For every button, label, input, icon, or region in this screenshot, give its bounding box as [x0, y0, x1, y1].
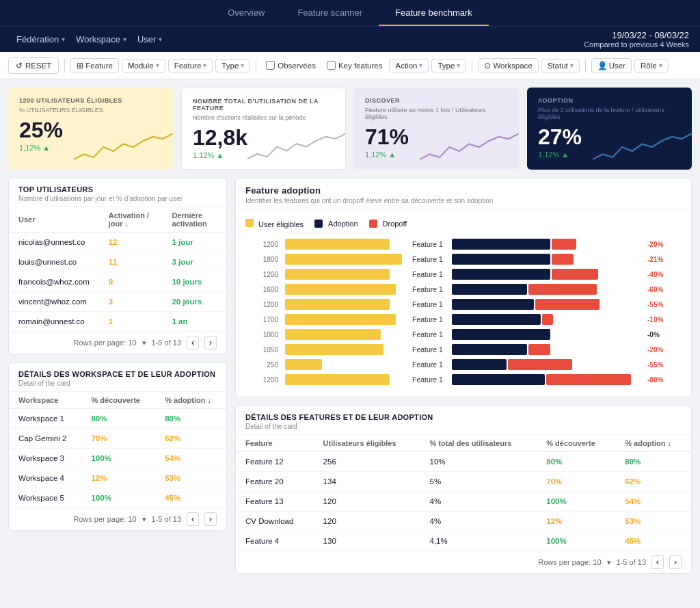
- date-range: 19/03/22 - 08/03/22 Compared to previous…: [584, 30, 689, 49]
- workspace-adoption-card: DÉTAILS DES WORKSPACE ET DE LEUR ADOPTIO…: [8, 362, 227, 531]
- tab-overview[interactable]: Overview: [211, 0, 281, 26]
- adoption-dropoff-bars: [452, 239, 643, 250]
- prev-page-button[interactable]: ‹: [187, 512, 199, 526]
- user-dropdown[interactable]: User ▾: [132, 31, 167, 47]
- red-bar: [535, 299, 600, 310]
- table-row: Feature 20 134 5% 70% 62%: [236, 472, 691, 492]
- col-feature: Feature: [236, 435, 314, 452]
- tab-feature-benchmark[interactable]: Feature benchmark: [379, 0, 489, 26]
- key-features-checkbox[interactable]: Key features: [323, 59, 387, 72]
- workspace-pagination: Rows per page: 10 ▾ 1-5 of 13 ‹ ›: [9, 507, 226, 530]
- workspace-name-cell: Cap Gemini 2: [9, 429, 81, 449]
- pct-value: -0%: [647, 331, 682, 339]
- reset-button[interactable]: ↺ RESET: [8, 57, 59, 74]
- red-bar: [528, 344, 550, 355]
- pct-value: -60%: [647, 286, 682, 293]
- feature2-filter[interactable]: Feature ▾: [168, 59, 213, 72]
- decouverte-cell: 80%: [537, 452, 615, 472]
- chevron-down-icon[interactable]: ▾: [142, 339, 146, 347]
- workspace-dropdown[interactable]: Workspace ▾: [70, 31, 132, 47]
- table-row: Workspace 3 100% 54%: [9, 449, 226, 468]
- role-filter[interactable]: Rôle ▾: [634, 59, 669, 72]
- separator: [64, 59, 65, 72]
- left-value: 1200: [245, 271, 281, 278]
- pct-value: -55%: [647, 301, 682, 308]
- activation-cell: 1: [99, 312, 163, 332]
- total-pct-cell: 4%: [420, 492, 537, 512]
- col-workspace: Workspace: [9, 392, 81, 409]
- left-value: 250: [245, 361, 281, 369]
- next-page-button[interactable]: ›: [204, 512, 217, 526]
- feature-filter[interactable]: ⊞ Feature: [70, 58, 119, 73]
- eligible-cell: 134: [314, 472, 420, 492]
- federation-dropdown[interactable]: Fédération ▾: [11, 31, 70, 47]
- chevron-down-icon: ▾: [156, 62, 159, 69]
- chart-rows: 1200 Feature 1 -20% 1800 Feature 1 -21% …: [245, 237, 682, 387]
- adoption-cell: 54%: [155, 449, 226, 468]
- activation-cell: 9: [99, 272, 163, 292]
- red-bar: [552, 254, 574, 265]
- feature-label: Feature 1: [412, 330, 448, 339]
- table-row: romain@unnest.co 1 1 an: [9, 312, 226, 332]
- observees-input[interactable]: [266, 61, 275, 70]
- type2-filter[interactable]: Type ▾: [431, 59, 466, 72]
- col-adoption: % adoption ↓: [615, 435, 691, 452]
- filter-bar: ↺ RESET ⊞ Feature Module ▾ Feature ▾ Typ…: [0, 52, 700, 79]
- nav-tabs: Overview Feature scanner Feature benchma…: [211, 0, 489, 26]
- chevron-down-icon: ▾: [241, 62, 244, 69]
- user-cell: nicolas@unnest.co: [9, 233, 99, 252]
- activation-cell: 11: [99, 252, 163, 272]
- top-users-header: TOP UTILISATEURS Nombre d'utilisations p…: [9, 179, 226, 207]
- type-filter[interactable]: Type ▾: [215, 59, 250, 72]
- left-value: 1050: [245, 346, 281, 354]
- feature-label: Feature 1: [412, 375, 448, 384]
- dark-bar: [452, 359, 507, 370]
- adoption-cell: 62%: [615, 472, 691, 492]
- table-header-row: User Activation / jour ↓ Dernière activa…: [9, 207, 226, 233]
- feature-label: Feature 1: [412, 360, 448, 369]
- module-filter[interactable]: Module ▾: [122, 59, 165, 72]
- user-cell: romain@unnest.co: [9, 312, 99, 332]
- action-filter[interactable]: Action ▾: [389, 59, 429, 72]
- left-column: TOP UTILISATEURS Nombre d'utilisations p…: [8, 178, 227, 574]
- user-filter[interactable]: 👤 User: [591, 58, 632, 73]
- next-page-button[interactable]: ›: [204, 336, 217, 349]
- workspace-name-cell: Workspace 5: [9, 488, 81, 508]
- kpi-discover: DISCOVER Feature utilisée au moins 1 foi…: [354, 88, 519, 170]
- dark-bar: [452, 254, 550, 265]
- separator: [585, 59, 586, 72]
- chevron-down-icon: ▾: [570, 62, 574, 69]
- tab-feature-scanner[interactable]: Feature scanner: [281, 0, 379, 26]
- prev-page-button[interactable]: ‹: [187, 336, 199, 349]
- yellow-bar: [285, 284, 396, 295]
- left-value: 1000: [245, 331, 281, 339]
- filter-icon: ⊞: [77, 61, 83, 70]
- yellow-bar: [285, 269, 390, 280]
- dark-bar: [452, 269, 550, 280]
- table-row: Feature 12 256 10% 80% 80%: [236, 452, 691, 472]
- statut-filter[interactable]: Statut ▾: [541, 59, 580, 72]
- chevron-down-icon[interactable]: ▾: [607, 558, 611, 567]
- feature-details-header: DÉTAILS DES FEATURES ET DE LEUR ADOPTION…: [236, 406, 691, 435]
- prev-page-button[interactable]: ‹: [651, 555, 664, 569]
- table-row: louis@unnest.co 11 3 jour: [9, 252, 226, 272]
- adoption-dropoff-bars: [452, 359, 643, 370]
- last-activation-cell: 1 an: [162, 312, 226, 332]
- next-page-button[interactable]: ›: [669, 555, 682, 569]
- decouverte-cell: 100%: [537, 492, 615, 512]
- workspace-filter[interactable]: ⊙ Workspace: [478, 58, 538, 73]
- chevron-down-icon[interactable]: ▾: [142, 515, 146, 524]
- workspace-name-cell: Workspace 3: [9, 449, 81, 468]
- feature-label: Feature 1: [412, 300, 448, 308]
- feature-label: Feature 1: [412, 315, 448, 323]
- adoption-dropoff-bars: [452, 269, 643, 280]
- separator: [256, 59, 256, 72]
- yellow-bar: [285, 314, 396, 325]
- key-features-input[interactable]: [327, 61, 336, 70]
- left-value: 1200: [245, 241, 281, 248]
- two-col-layout: TOP UTILISATEURS Nombre d'utilisations p…: [8, 178, 692, 574]
- feature-adoption-chart: User éligibles Adoption Dropoff 1200: [236, 209, 691, 397]
- decouverte-cell: 100%: [81, 488, 155, 508]
- observees-checkbox[interactable]: Observées: [262, 59, 320, 72]
- second-bar: Fédération ▾ Workspace ▾ User ▾ 19/03/22…: [0, 26, 700, 52]
